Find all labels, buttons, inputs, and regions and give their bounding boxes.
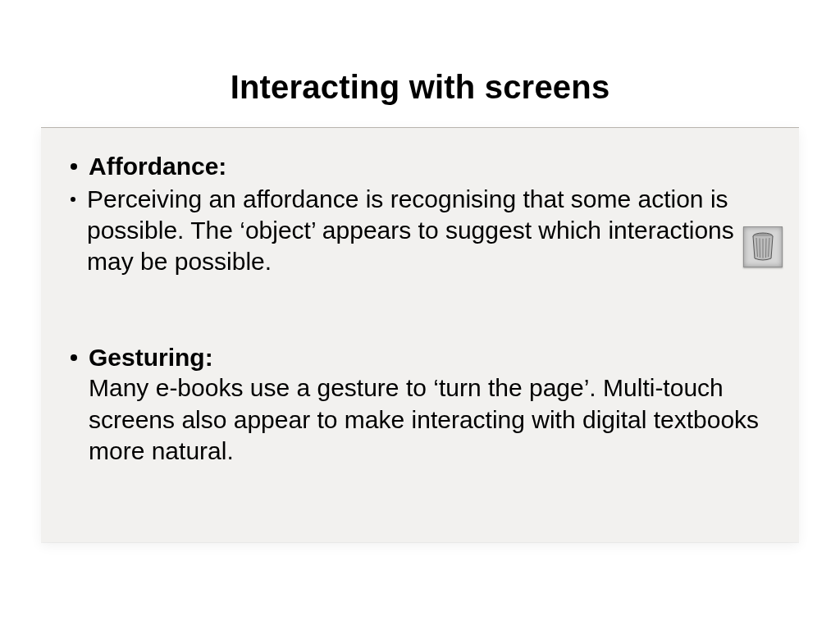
- trash-can-icon: [743, 226, 783, 267]
- bullet-item-2: Gesturing: Many e-books use a gesture to…: [71, 342, 773, 468]
- section-body-1: Perceiving an affordance is recognising …: [87, 184, 773, 278]
- section-body-2: Many e-books use a gesture to ‘turn the …: [89, 372, 773, 467]
- bullet-marker: [71, 354, 77, 361]
- slide: Interacting with screens Affordance: Per…: [0, 0, 840, 630]
- slide-title: Interacting with screens: [0, 0, 840, 127]
- bullet-item-1: Affordance:: [71, 151, 773, 182]
- content-panel: Affordance: Perceiving an affordance is …: [41, 127, 799, 542]
- bullet-marker: [71, 163, 77, 170]
- section-heading-1: Affordance:: [89, 151, 226, 182]
- section-heading-2: Gesturing:: [89, 342, 773, 373]
- trash-svg: [751, 232, 775, 262]
- svg-line-2: [760, 239, 760, 258]
- bullet-marker-small: [71, 197, 75, 202]
- svg-line-4: [766, 239, 767, 258]
- bullet-item-1-body: Perceiving an affordance is recognising …: [71, 184, 773, 278]
